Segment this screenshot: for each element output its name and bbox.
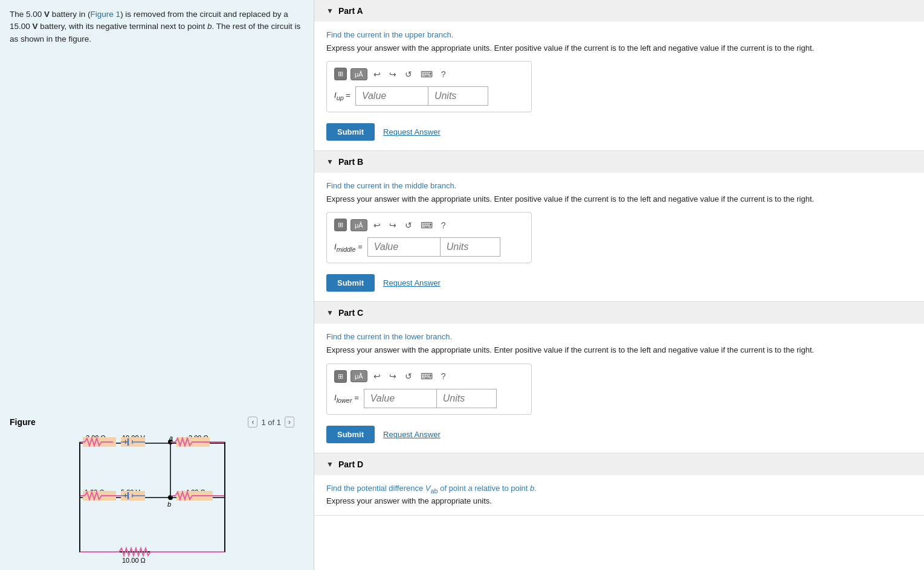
left-panel: The 5.00 V battery in (Figure 1) is remo… <box>0 0 314 570</box>
part-c-collapse-arrow[interactable]: ▼ <box>326 309 334 317</box>
part-a-description: Express your answer with the appropriate… <box>326 43 912 54</box>
part-b-action-row: Submit Request Answer <box>326 274 912 292</box>
part-b-toolbar: ⊞ μÅ ↩ ↪ ↺ ⌨ ? <box>334 219 524 231</box>
part-a-collapse-arrow[interactable]: ▼ <box>326 7 334 15</box>
part-b-eq-label: Imiddle = <box>334 242 363 253</box>
part-b-answer-box: ⊞ μÅ ↩ ↪ ↺ ⌨ ? Imiddle = <box>326 212 532 263</box>
figure-navigation: ‹ 1 of 1 › <box>248 417 294 427</box>
part-a-help-button[interactable]: ? <box>439 68 448 80</box>
part-a-eq-label: Iup = <box>334 91 351 101</box>
part-a-input-row: Iup = <box>334 86 524 106</box>
part-b-keyboard-button[interactable]: ⌨ <box>418 219 435 231</box>
part-c-eq-label: Ilower = <box>334 393 359 404</box>
part-a-header: ▼ Part A <box>314 0 924 22</box>
figure-section: Figure ‹ 1 of 1 › 2.00 Ω 10.00 V a 3.00 … <box>0 411 314 570</box>
part-b-value-input[interactable] <box>367 237 440 257</box>
part-b-help-button[interactable]: ? <box>439 219 448 231</box>
part-c-toolbar: ⊞ μÅ ↩ ↪ ↺ ⌨ ? <box>334 370 524 383</box>
part-a-redo-button[interactable]: ↪ <box>387 68 399 80</box>
svg-text:b: b <box>167 501 171 508</box>
part-c-answer-box: ⊞ μÅ ↩ ↪ ↺ ⌨ ? Ilower = <box>326 363 532 415</box>
part-b-submit-button[interactable]: Submit <box>326 274 375 292</box>
part-b-description: Express your answer with the appropriate… <box>326 194 912 205</box>
part-c-title: Part C <box>338 308 363 318</box>
part-c-value-input[interactable] <box>364 389 436 408</box>
circuit-svg: 2.00 Ω 10.00 V a 3.00 Ω + <box>68 431 237 564</box>
part-b-section: ▼ Part B Find the current in the middle … <box>314 151 924 302</box>
part-a-value-input[interactable] <box>355 86 428 106</box>
part-c-description: Express your answer with the appropriate… <box>326 345 912 356</box>
part-d-header: ▼ Part D <box>314 453 924 475</box>
figure-link[interactable]: Figure 1 <box>91 10 121 19</box>
part-d-collapse-arrow[interactable]: ▼ <box>326 460 334 469</box>
part-d-title: Part D <box>338 460 363 469</box>
part-b-units-input[interactable] <box>440 237 500 257</box>
part-a-unit-button[interactable]: μÅ <box>351 68 367 80</box>
part-b-undo-button[interactable]: ↩ <box>371 219 383 231</box>
problem-text: The 5.00 V battery in (Figure 1) is remo… <box>10 8 304 45</box>
part-a-reset-button[interactable]: ↺ <box>402 68 415 80</box>
part-c-submit-button[interactable]: Submit <box>326 426 375 443</box>
part-c-undo-button[interactable]: ↩ <box>371 370 383 382</box>
part-b-title: Part B <box>338 157 363 167</box>
part-a-submit-button[interactable]: Submit <box>326 123 375 141</box>
part-d-description: Express your answer with the appropriate… <box>326 496 912 505</box>
part-a-title: Part A <box>338 6 363 16</box>
part-b-header: ▼ Part B <box>314 151 924 173</box>
part-b-instruction: Find the current in the middle branch. <box>326 181 912 190</box>
part-c-action-row: Submit Request Answer <box>326 426 912 443</box>
part-c-redo-button[interactable]: ↪ <box>387 370 399 382</box>
part-a-toolbar: ⊞ μÅ ↩ ↪ ↺ ⌨ ? <box>334 68 524 80</box>
part-c-input-row: Ilower = <box>334 389 524 408</box>
part-a-answer-box: ⊞ μÅ ↩ ↪ ↺ ⌨ ? Iup = <box>326 61 532 112</box>
part-c-reset-button[interactable]: ↺ <box>402 370 415 382</box>
figure-prev-button[interactable]: ‹ <box>248 417 257 427</box>
part-a-units-input[interactable] <box>428 86 488 106</box>
part-b-request-answer-button[interactable]: Request Answer <box>383 278 441 287</box>
part-c-units-input[interactable] <box>436 389 497 408</box>
part-c-request-answer-button[interactable]: Request Answer <box>383 430 441 439</box>
figure-label: Figure <box>10 417 36 427</box>
part-c-keyboard-button[interactable]: ⌨ <box>418 370 435 382</box>
part-c-section: ▼ Part C Find the current in the lower b… <box>314 302 924 453</box>
part-a-action-row: Submit Request Answer <box>326 123 912 141</box>
part-b-collapse-arrow[interactable]: ▼ <box>326 158 334 166</box>
part-a-request-answer-button[interactable]: Request Answer <box>383 127 441 136</box>
part-b-unit-button[interactable]: μÅ <box>351 219 367 231</box>
part-d-instruction: Find the potential difference Vab of poi… <box>326 484 912 495</box>
figure-next-button[interactable]: › <box>285 417 294 427</box>
part-b-redo-button[interactable]: ↪ <box>387 219 399 231</box>
part-d-section: ▼ Part D Find the potential difference V… <box>314 453 924 516</box>
figure-header: Figure ‹ 1 of 1 › <box>0 417 304 431</box>
part-c-help-button[interactable]: ? <box>439 370 448 382</box>
part-b-grid-button[interactable]: ⊞ <box>334 219 347 231</box>
part-c-grid-button[interactable]: ⊞ <box>334 370 347 383</box>
part-a-grid-button[interactable]: ⊞ <box>334 68 347 80</box>
part-a-section: ▼ Part A Find the current in the upper b… <box>314 0 924 151</box>
part-a-instruction: Find the current in the upper branch. <box>326 30 912 39</box>
part-a-undo-button[interactable]: ↩ <box>371 68 383 80</box>
part-b-reset-button[interactable]: ↺ <box>402 219 415 231</box>
part-b-input-row: Imiddle = <box>334 237 524 257</box>
circuit-diagram: 2.00 Ω 10.00 V a 3.00 Ω + <box>0 431 304 564</box>
right-panel: ▼ Part A Find the current in the upper b… <box>314 0 924 570</box>
part-c-instruction: Find the current in the lower branch. <box>326 332 912 341</box>
part-a-keyboard-button[interactable]: ⌨ <box>418 68 435 80</box>
part-c-unit-button[interactable]: μÅ <box>351 370 367 382</box>
svg-text:10.00 Ω: 10.00 Ω <box>122 557 146 564</box>
part-c-header: ▼ Part C <box>314 302 924 324</box>
figure-page-indicator: 1 of 1 <box>261 418 281 427</box>
